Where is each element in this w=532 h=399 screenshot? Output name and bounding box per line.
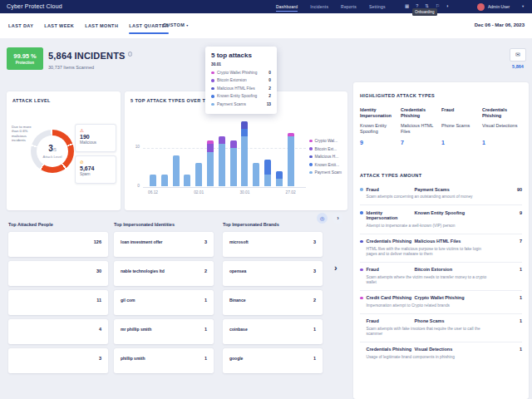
top-nav-item[interactable]: Reports — [341, 2, 357, 11]
list-item[interactable]: Binance 2 — [223, 290, 323, 315]
settings-button[interactable]: ◎ — [317, 213, 328, 224]
info-icon[interactable]: i — [128, 52, 133, 57]
list-item[interactable]: 126 — [8, 232, 108, 257]
dashboard: Cyber Protect Cloud DashboardIncidentsRe… — [0, 0, 532, 399]
incidents-headline: 5,864 INCIDENTS i — [48, 51, 132, 61]
list-item[interactable]: 3 — [8, 348, 108, 373]
time-filter-tab[interactable]: LAST DAY — [8, 23, 33, 28]
item-label: google — [229, 356, 313, 361]
list-item[interactable]: mr phillip smith 1 — [114, 319, 214, 344]
item-value: 1 — [204, 298, 207, 303]
carousel-next-arrow[interactable]: › — [334, 263, 337, 273]
legend-entry[interactable]: Payment Scam — [309, 170, 342, 175]
top-nav-item[interactable]: Dashboard — [276, 2, 298, 12]
list-item[interactable]: nable technologies ltd 2 — [114, 261, 214, 286]
highlighted-column[interactable]: Fraud Phone Scams 1 — [441, 107, 482, 145]
item-value: 126 — [94, 239, 101, 244]
legend-entry[interactable]: Known Entit... — [309, 163, 342, 167]
list-item[interactable]: google 1 — [223, 348, 323, 373]
bar-segment — [219, 144, 225, 186]
attack-count: 1 — [441, 140, 478, 145]
list-item[interactable]: gil com 1 — [114, 290, 214, 315]
chart-bar[interactable] — [207, 140, 214, 186]
x-axis-label: 06.12 — [143, 190, 163, 195]
legend-entry[interactable]: Crypto Wal... — [309, 139, 342, 143]
series-dot-icon — [360, 268, 363, 272]
attack-amount-item[interactable]: Fraud Payment Scams 90 Scam attempts con… — [360, 182, 522, 205]
time-filter-tab[interactable]: LAST MONTH — [85, 23, 118, 28]
highlighted-column[interactable]: Credentials Phishing Visual Detections 1 — [482, 107, 523, 145]
series-dot-icon — [211, 79, 214, 82]
top-nav-item[interactable]: Settings — [369, 2, 386, 11]
mail-button[interactable]: ✉ — [510, 48, 526, 62]
chart-bar[interactable] — [195, 163, 202, 186]
attack-count: 1 — [520, 318, 522, 323]
bar-segment — [161, 175, 168, 186]
items-scanned: 30,737 Items Scanned — [48, 65, 94, 70]
time-filter-tab[interactable]: LAST WEEK — [44, 23, 74, 28]
attack-count: 9 — [360, 140, 397, 145]
chart-bar[interactable] — [173, 155, 180, 186]
attack-amount-item[interactable]: Credentials Phishing Visual Detections 1… — [360, 342, 522, 365]
chart-bar[interactable] — [150, 175, 156, 186]
gear-icon: ◎ — [320, 215, 325, 222]
popup-row: Crypto Wallet Phishing 0 — [211, 69, 271, 77]
item-value: 2 — [204, 268, 207, 273]
x-axis-label: 30.01 — [234, 190, 254, 195]
list-item[interactable]: phillip smith 1 — [114, 348, 214, 373]
attack-category: Identity Impersonation — [360, 107, 397, 120]
item-label: opensea — [229, 268, 313, 273]
attack-category: Credit Card Phishing — [367, 295, 415, 301]
attack-amount-item[interactable]: Credentials Phishing Malicious HTML File… — [360, 234, 522, 263]
chart-bar[interactable] — [161, 175, 168, 186]
attack-amount-item[interactable]: Identity Impersonation Known Entity Spoo… — [360, 205, 522, 234]
chart-bar[interactable] — [288, 133, 294, 186]
legend-entry[interactable]: Malicious H... — [309, 155, 342, 159]
chart-bar[interactable] — [253, 163, 259, 186]
announcements-icon[interactable]: ◗ — [446, 4, 449, 9]
bar-segment — [241, 129, 248, 136]
attack-score-scale: /5 — [53, 147, 57, 152]
attack-amount-item[interactable]: Credit Card Phishing Crypto Wallet Phish… — [360, 291, 522, 314]
series-dot-icon — [211, 87, 214, 91]
chart-bar[interactable] — [276, 171, 283, 186]
series-dot-icon — [360, 348, 363, 352]
user-avatar[interactable] — [477, 3, 485, 11]
attack-level-card: ATTACK LEVEL Due to more than 0.6% malic… — [7, 91, 121, 210]
malicious-card[interactable]: ⚠ 190 Malicious — [75, 124, 116, 152]
legend-entry[interactable]: Bitcoin Ext... — [309, 147, 342, 151]
list-item[interactable]: loan investment offer 3 — [114, 232, 214, 257]
chart-bar[interactable] — [241, 121, 248, 186]
popup-title: 5 top attacks — [211, 52, 271, 59]
attack-type-label: Bitcoin Extorsion — [217, 78, 268, 82]
list-item[interactable]: 30 — [8, 261, 108, 286]
user-name[interactable]: Admin User — [488, 0, 510, 13]
series-dot-icon — [360, 188, 363, 191]
top-impersonated-identities-header: Top Impersonated Identities — [114, 222, 175, 227]
series-dot-icon — [309, 155, 313, 159]
list-item[interactable]: opensea 3 — [223, 261, 323, 286]
chart-bar[interactable] — [184, 175, 190, 186]
spam-card[interactable]: ⊘ 5,674 Spam — [75, 155, 116, 184]
attack-amount-item[interactable]: Fraud Bitcoin Extorsion 1 Scam attempts … — [360, 263, 522, 291]
series-dot-icon — [309, 163, 313, 166]
highlighted-column[interactable]: Credentials Phishing Malicious HTML File… — [401, 107, 441, 145]
attack-amount-item[interactable]: Fraud Phone Scams 1 Scam attempts with f… — [360, 314, 522, 342]
chart-bar[interactable] — [230, 140, 237, 186]
incidents-suffix: INCIDENTS — [75, 51, 126, 61]
list-item[interactable]: 4 — [8, 319, 108, 344]
tab-custom[interactable]: CUSTOM▾ — [163, 22, 189, 27]
highlighted-column[interactable]: Identity Impersonation Known Entity Spoo… — [360, 107, 401, 145]
bar-segment — [276, 179, 283, 186]
chart-bar[interactable] — [264, 160, 271, 186]
scroll-right-button[interactable]: › — [332, 213, 343, 224]
list-item[interactable]: coinbase 1 — [223, 319, 323, 344]
calendar-icon[interactable]: ▦ — [405, 4, 409, 9]
list-item[interactable]: microsoft 3 — [223, 232, 323, 257]
list-item[interactable]: 11 — [8, 290, 108, 315]
spam-label: Spam — [80, 172, 111, 176]
top-nav-item[interactable]: Incidents — [310, 2, 328, 11]
series-dot-icon — [211, 95, 214, 98]
chevron-down-icon[interactable]: ▾ — [522, 0, 524, 13]
chart-bar[interactable] — [219, 136, 225, 186]
